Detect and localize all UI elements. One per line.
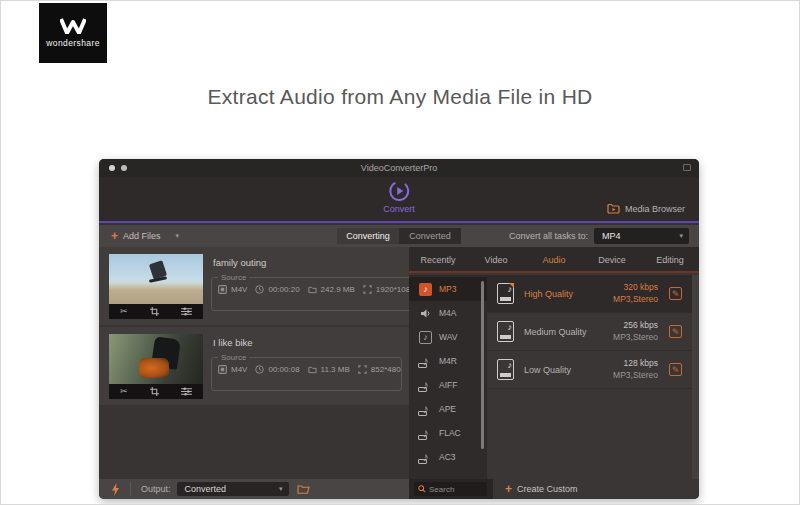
open-folder-icon[interactable] xyxy=(297,484,310,494)
output-label: Output: xyxy=(141,484,171,494)
convert-all-value: MP4 xyxy=(602,231,621,241)
media-browser-icon xyxy=(607,203,620,214)
quality-name: High Quality xyxy=(524,289,573,299)
codec-spec: MP3,Stereo xyxy=(613,294,658,304)
high-speed-icon[interactable] xyxy=(111,483,120,496)
format-item-ac3[interactable]: ♪ AC3 xyxy=(409,445,487,469)
effects-icon[interactable] xyxy=(181,387,192,396)
format-label: AC3 xyxy=(439,452,456,462)
search-input[interactable] xyxy=(429,485,479,494)
format-item-aiff[interactable]: ♪ AIFF xyxy=(409,373,487,397)
video-thumbnail: ✂ xyxy=(109,254,203,319)
music-note-icon: ♪ xyxy=(419,379,432,392)
source-box: Source M4V 00:00:08 11.3 MB xyxy=(211,353,402,391)
edit-icon[interactable]: ✎ xyxy=(669,363,682,376)
nav-convert[interactable]: Convert xyxy=(383,180,415,214)
tab-editing[interactable]: Editing xyxy=(641,247,699,271)
tab-converted[interactable]: Converted xyxy=(399,228,461,244)
chevron-down-icon[interactable]: ▾ xyxy=(176,232,180,240)
add-files-label: Add Files xyxy=(123,231,161,241)
tab-converting[interactable]: Converting xyxy=(337,228,399,244)
trim-icon[interactable]: ✂ xyxy=(120,307,128,316)
source-size: 242.9 MB xyxy=(321,285,355,294)
crop-icon[interactable] xyxy=(150,307,159,316)
format-item-m4r[interactable]: ♪ M4R xyxy=(409,349,487,373)
convert-icon xyxy=(388,180,410,202)
create-custom-button[interactable]: + Create Custom xyxy=(493,479,699,499)
logo-text: wondershare xyxy=(46,38,100,48)
detail-scrollbar-track[interactable] xyxy=(692,275,699,479)
format-item-ape[interactable]: ♪ APE xyxy=(409,397,487,421)
format-icon xyxy=(218,365,227,374)
audio-file-icon: ♪ xyxy=(497,321,514,342)
trim-icon[interactable]: ✂ xyxy=(120,387,128,396)
format-list-scrollbar[interactable] xyxy=(481,281,484,449)
format-body: ♪ MP3 M4A ♪ WAV xyxy=(409,275,699,479)
search-box[interactable] xyxy=(414,482,487,496)
tab-video[interactable]: Video xyxy=(467,247,525,271)
queue-item-family-outing[interactable]: ✂ family outing Source xyxy=(99,247,409,325)
effects-icon[interactable] xyxy=(181,307,192,316)
quality-low[interactable]: ♪ Low Quality 128 kbps MP3,Stereo ✎ xyxy=(487,351,692,389)
format-item-m4a[interactable]: M4A xyxy=(409,301,487,325)
format-panel: Recently Video Audio Device Editing ♪ MP… xyxy=(409,247,699,479)
queue-item-i-like-bike[interactable]: ✂ I like bike Source xyxy=(99,327,409,405)
plus-icon: + xyxy=(111,230,118,242)
queue-item-info: I like bike Source M4V 00:00:08 xyxy=(211,327,401,405)
music-note-icon: ♪ xyxy=(419,403,432,416)
skateboard xyxy=(149,276,167,283)
convert-label: Convert xyxy=(383,204,415,214)
edit-icon[interactable]: ✎ xyxy=(669,287,682,300)
convert-all-select[interactable]: MP4 ▾ xyxy=(594,228,689,244)
media-browser-button[interactable]: Media Browser xyxy=(607,203,685,214)
quality-high[interactable]: ♪ High Quality 320 kbps MP3,Stereo ✎ xyxy=(487,275,692,313)
bitrate: 256 kbps xyxy=(624,320,659,330)
format-item-mp3[interactable]: ♪ MP3 xyxy=(409,277,487,301)
output-bar: Output: Converted ▾ xyxy=(99,479,409,499)
video-title: family outing xyxy=(213,257,266,268)
speaker-icon xyxy=(419,307,432,320)
bitrate: 320 kbps xyxy=(624,282,659,292)
tab-audio[interactable]: Audio xyxy=(525,247,583,271)
format-item-wav[interactable]: ♪ WAV xyxy=(409,325,487,349)
format-label: M4A xyxy=(439,308,456,318)
format-label: M4R xyxy=(439,356,457,366)
music-note-icon: ♪ xyxy=(419,355,432,368)
thumbnail-toolbar: ✂ xyxy=(109,304,203,319)
format-item-flac[interactable]: ♪ FLAC xyxy=(409,421,487,445)
audio-file-icon: ♪ xyxy=(497,359,514,380)
source-duration: 00:00:08 xyxy=(268,365,299,374)
mode-tabs: Converting Converted xyxy=(337,228,461,244)
bitrate: 128 kbps xyxy=(624,358,659,368)
output-select[interactable]: Converted ▾ xyxy=(177,482,289,496)
format-list: ♪ MP3 M4A ♪ WAV xyxy=(409,275,487,479)
crop-icon[interactable] xyxy=(150,387,159,396)
output-value: Converted xyxy=(185,484,227,494)
tab-device[interactable]: Device xyxy=(583,247,641,271)
chevron-down-icon: ▾ xyxy=(679,232,683,240)
search-icon xyxy=(418,485,426,493)
tab-recently[interactable]: Recently xyxy=(409,247,467,271)
source-label: Source xyxy=(218,273,249,282)
footer-bar: Output: Converted ▾ xyxy=(99,479,699,499)
toolbar: + Add Files ▾ Converting Converted Conve… xyxy=(99,225,699,247)
thumbnail-image xyxy=(109,254,203,304)
convert-all-label: Convert all tasks to: xyxy=(509,231,588,241)
queue-panel: ✂ family outing Source xyxy=(99,247,409,479)
quality-meta: 256 kbps MP3,Stereo xyxy=(613,319,658,343)
add-files-button[interactable]: + Add Files ▾ xyxy=(111,230,179,242)
feedback-icon[interactable] xyxy=(683,164,691,171)
quality-medium[interactable]: ♪ Medium Quality 256 kbps MP3,Stereo ✎ xyxy=(487,313,692,351)
window-title: VideoConverterPro xyxy=(99,163,699,173)
file-size-icon xyxy=(308,285,317,294)
source-size: 11.3 MB xyxy=(321,365,350,374)
create-custom-label: Create Custom xyxy=(517,484,578,494)
file-size-icon xyxy=(308,365,317,374)
edit-icon[interactable]: ✎ xyxy=(669,325,682,338)
codec-spec: MP3,Stereo xyxy=(613,332,658,342)
format-label: FLAC xyxy=(439,428,461,438)
resolution-icon xyxy=(363,285,372,294)
video-title: I like bike xyxy=(213,337,253,348)
media-browser-label: Media Browser xyxy=(625,204,685,214)
chevron-down-icon: ▾ xyxy=(279,485,283,493)
